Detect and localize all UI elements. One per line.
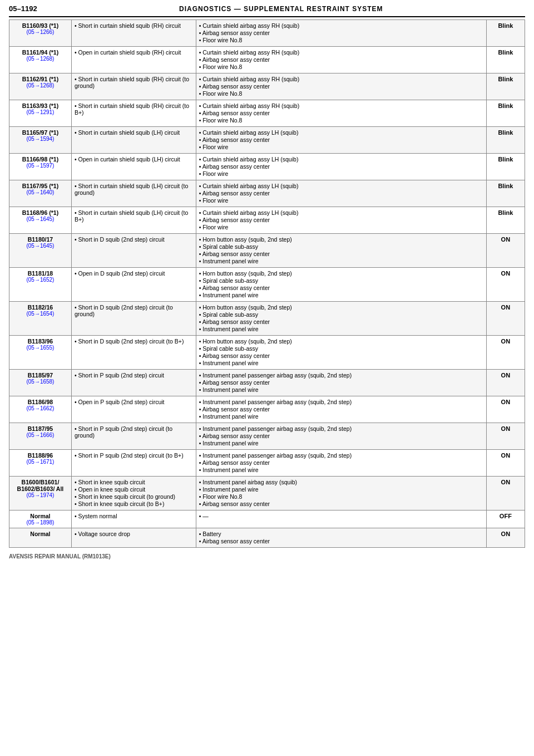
inspect-item: Battery: [199, 531, 483, 537]
cause-item: Short in P squib (2nd step) circuit: [75, 372, 193, 379]
warning-label: ON: [501, 452, 511, 459]
cause-item: Short in curtain shield squib (RH) circu…: [75, 102, 193, 116]
dtc-link-label[interactable]: (05→1291): [12, 109, 68, 115]
inspect-cell: —: [196, 510, 486, 528]
dtc-cell: B1600/B1601/ B1602/B1603/ All(05→1974): [9, 477, 72, 510]
dtc-cell: B1181/18(05→1652): [9, 268, 72, 302]
inspect-item: Curtain shield airbag assy RH (squib): [199, 102, 483, 109]
warning-label: Blink: [498, 49, 513, 56]
inspect-item: Instrument panel passenger airbag assy (…: [199, 452, 483, 459]
warning-cell: ON: [486, 268, 525, 302]
warning-cell: Blink: [486, 154, 525, 180]
warning-label: ON: [501, 338, 511, 345]
cause-item: Open in curtain shield squib (LH) circui…: [75, 156, 193, 163]
inspect-item: Spiral cable sub-assy: [199, 277, 483, 284]
inspect-item: Airbag sensor assy center: [199, 83, 483, 90]
dtc-code-label: B1188/96: [12, 452, 68, 459]
dtc-cell: B1165/97 (*1)(05→1594): [9, 127, 72, 154]
cause-item: Open in D squib (2nd step) circuit: [75, 270, 193, 277]
table-row: B1182/16(05→1654)Short in D squib (2nd s…: [9, 302, 525, 336]
dtc-link-label[interactable]: (05→1266): [12, 29, 68, 35]
dtc-link-label[interactable]: (05→1671): [12, 459, 68, 465]
table-row: B1600/B1601/ B1602/B1603/ All(05→1974)Sh…: [9, 477, 525, 510]
dtc-code-label: B1185/97: [12, 372, 68, 379]
warning-label: ON: [501, 372, 511, 379]
warning-cell: Blink: [486, 20, 525, 47]
dtc-code-label: B1165/97 (*1): [12, 129, 68, 136]
inspect-item: Horn button assy (squib, 2nd step): [199, 304, 483, 311]
dtc-cell: B1166/98 (*1)(05→1597): [9, 154, 72, 180]
warning-label: ON: [501, 236, 511, 243]
dtc-cell: B1180/17(05→1645): [9, 234, 72, 268]
table-row: B1183/96(05→1655)Short in D squib (2nd s…: [9, 336, 525, 370]
dtc-link-label[interactable]: (05→1655): [12, 345, 68, 351]
dtc-cell: B1167/95 (*1)(05→1640): [9, 180, 72, 207]
cause-item: Open in curtain shield squib (RH) circui…: [75, 49, 193, 56]
warning-label: Blink: [498, 183, 513, 189]
dtc-link-label[interactable]: (05→1974): [12, 492, 68, 498]
table-row: B1166/98 (*1)(05→1597)Open in curtain sh…: [9, 154, 525, 180]
dtc-code-label: B1168/96 (*1): [12, 209, 68, 216]
header-divider: [9, 16, 525, 17]
inspect-item: Instrument panel wire: [199, 326, 483, 332]
table-row: B1167/95 (*1)(05→1640)Short in curtain s…: [9, 180, 525, 207]
cause-cell: Short in D squib (2nd step) circuit (to …: [71, 302, 196, 336]
cause-cell: Short in curtain shield squib (RH) circu…: [71, 20, 196, 47]
inspect-item: Spiral cable sub-assy: [199, 243, 483, 250]
cause-item: Short in P squib (2nd step) circuit (to …: [75, 425, 193, 439]
inspect-item: Instrument panel airbag assy (squib): [199, 479, 483, 485]
cause-cell: Short in curtain shield squib (RH) circu…: [71, 100, 196, 127]
table-row: B1188/96(05→1671)Short in P squib (2nd s…: [9, 450, 525, 477]
cause-cell: Open in curtain shield squib (LH) circui…: [71, 154, 196, 180]
dtc-code-label: Normal: [12, 531, 68, 537]
dtc-link-label[interactable]: (05→1268): [12, 82, 68, 89]
cause-cell: Short in curtain shield squib (LH) circu…: [71, 207, 196, 234]
dtc-link-label[interactable]: (05→1594): [12, 136, 68, 142]
warning-label: OFF: [500, 513, 512, 519]
dtc-link-label[interactable]: (05→1662): [12, 405, 68, 411]
warning-label: Blink: [498, 102, 513, 109]
dtc-cell: B1186/98(05→1662): [9, 396, 72, 423]
inspect-item: Spiral cable sub-assy: [199, 345, 483, 352]
dtc-link-label[interactable]: (05→1268): [12, 56, 68, 62]
inspect-item: Airbag sensor assy center: [199, 379, 483, 386]
dtc-code-label: B1181/18: [12, 270, 68, 277]
dtc-link-label[interactable]: (05→1898): [12, 519, 68, 526]
warning-cell: ON: [486, 336, 525, 370]
cause-cell: Voltage source drop: [71, 528, 196, 548]
cause-cell: Open in P squib (2nd step) circuit: [71, 396, 196, 423]
table-row: B1165/97 (*1)(05→1594)Short in curtain s…: [9, 127, 525, 154]
inspect-item: Floor wire No.8: [199, 493, 483, 500]
inspect-item: Horn button assy (squib, 2nd step): [199, 338, 483, 345]
inspect-item: Instrument panel wire: [199, 258, 483, 264]
inspect-item: Instrument panel wire: [199, 292, 483, 298]
dtc-cell: B1185/97(05→1658): [9, 370, 72, 396]
inspect-item: Airbag sensor assy center: [199, 251, 483, 257]
inspect-item: Instrument panel wire: [199, 360, 483, 366]
dtc-code-label: B1166/98 (*1): [12, 156, 68, 163]
dtc-link-label[interactable]: (05→1645): [12, 216, 68, 222]
inspect-item: Curtain shield airbag assy RH (squib): [199, 76, 483, 82]
inspect-item: Instrument panel wire: [199, 467, 483, 473]
inspect-item: Airbag sensor assy center: [199, 110, 483, 116]
warning-label: Blink: [498, 76, 513, 82]
cause-item: Short in knee squib circuit: [75, 479, 193, 485]
inspect-cell: Curtain shield airbag assy LH (squib)Air…: [196, 207, 486, 234]
dtc-link-label[interactable]: (05→1640): [12, 189, 68, 195]
dtc-link-label[interactable]: (05→1666): [12, 432, 68, 438]
dtc-link-label[interactable]: (05→1654): [12, 311, 68, 317]
dtc-link-label[interactable]: (05→1652): [12, 277, 68, 283]
inspect-item: Curtain shield airbag assy RH (squib): [199, 22, 483, 29]
warning-cell: ON: [486, 396, 525, 423]
inspect-item: Airbag sensor assy center: [199, 406, 483, 413]
dtc-code-label: B1167/95 (*1): [12, 183, 68, 189]
page-footer: AVENSIS REPAIR MANUAL (RM1013E): [0, 550, 534, 563]
warning-label: Blink: [498, 129, 513, 136]
inspect-item: Airbag sensor assy center: [199, 318, 483, 325]
warning-label: ON: [501, 399, 511, 405]
dtc-link-label[interactable]: (05→1597): [12, 163, 68, 169]
inspect-cell: Curtain shield airbag assy LH (squib)Air…: [196, 127, 486, 154]
dtc-link-label[interactable]: (05→1658): [12, 379, 68, 385]
dtc-link-label[interactable]: (05→1645): [12, 243, 68, 249]
cause-cell: Short in D squib (2nd step) circuit: [71, 234, 196, 268]
